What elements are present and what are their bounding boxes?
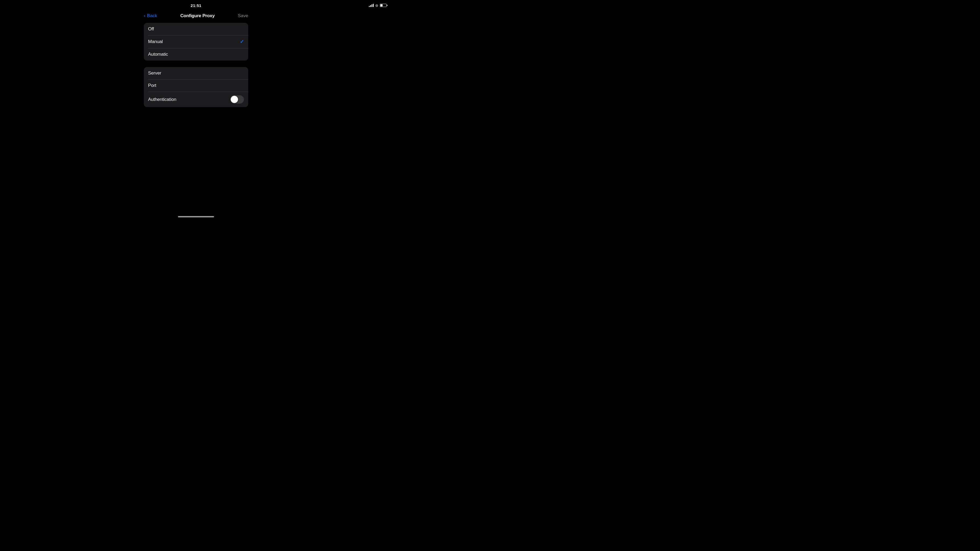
list-item-server[interactable]: Server	[144, 67, 248, 79]
back-button[interactable]: ‹ Back	[144, 13, 157, 19]
off-label: Off	[148, 26, 154, 32]
back-chevron-icon: ‹	[144, 13, 145, 19]
status-time: 21:51	[191, 3, 201, 8]
proxy-mode-group: Off Manual ✓ Automatic	[144, 23, 248, 60]
toggle-knob	[231, 96, 238, 103]
list-item-port[interactable]: Port	[144, 79, 248, 92]
page-title: Configure Proxy	[180, 13, 215, 19]
back-label: Back	[147, 13, 157, 19]
list-item-off[interactable]: Off	[144, 23, 248, 35]
manual-label: Manual	[148, 39, 163, 44]
authentication-label: Authentication	[148, 97, 177, 102]
automatic-label: Automatic	[148, 52, 168, 57]
list-item-authentication[interactable]: Authentication	[144, 92, 248, 107]
status-bar: 21:51 ⊜	[0, 0, 392, 11]
authentication-toggle[interactable]	[230, 95, 244, 103]
battery-icon	[380, 4, 387, 7]
list-item-automatic[interactable]: Automatic	[144, 48, 248, 60]
content-area: Off Manual ✓ Automatic Server Port Authe…	[140, 23, 253, 107]
port-label: Port	[148, 83, 156, 88]
wifi-icon: ⊜	[375, 3, 378, 8]
status-icons: ⊜	[369, 3, 387, 8]
manual-checkmark-icon: ✓	[240, 39, 244, 44]
home-indicator	[178, 216, 214, 218]
list-item-manual[interactable]: Manual ✓	[144, 35, 248, 48]
nav-header: ‹ Back Configure Proxy Save	[140, 11, 253, 23]
signal-icon	[369, 4, 374, 7]
server-label: Server	[148, 70, 161, 76]
manual-config-group: Server Port Authentication	[144, 67, 248, 107]
save-button[interactable]: Save	[238, 13, 248, 19]
